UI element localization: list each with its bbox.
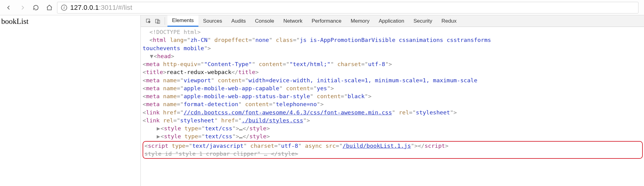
tree-line[interactable]: <html lang="zh-CN" dropeffect="none" cla…: [143, 36, 643, 44]
devtools-tabs: Elements Sources Audits Console Network …: [141, 15, 644, 27]
forward-icon[interactable]: [19, 4, 26, 11]
svg-rect-1: [155, 19, 158, 23]
address-bar[interactable]: i 127.0.0.1:3011/#/list: [57, 2, 638, 13]
tree-line[interactable]: <meta name="format-detection" content="t…: [143, 100, 643, 108]
tab-sources[interactable]: Sources: [198, 15, 227, 27]
back-icon[interactable]: [6, 4, 12, 11]
home-icon[interactable]: [46, 4, 53, 11]
tab-security[interactable]: Security: [409, 15, 437, 27]
page-content: bookList: [0, 15, 140, 186]
content-area: bookList Elements Sources Audits Console…: [0, 15, 644, 186]
tree-line[interactable]: <!DOCTYPE html>: [143, 28, 643, 36]
devtools-panel: Elements Sources Audits Console Network …: [140, 15, 644, 186]
clipped-line: style id "style 1 cropbar clipper" … </s…: [144, 150, 641, 158]
site-info-icon[interactable]: i: [61, 5, 67, 11]
tree-line[interactable]: <link rel="stylesheet" href="./build/sty…: [143, 117, 643, 125]
tree-line[interactable]: <meta http-equiv=""Content-Type"" conten…: [143, 60, 643, 68]
tree-line-cont: touchevents mobile">: [143, 44, 643, 52]
tab-elements[interactable]: Elements: [167, 15, 198, 27]
tree-line[interactable]: ▶<style type="text/css">…</style>: [143, 132, 643, 140]
tree-line[interactable]: ▼<head>: [143, 52, 643, 60]
tree-line[interactable]: <meta name="apple-mobile-web-app-status-…: [143, 92, 643, 100]
inspect-icon[interactable]: [144, 15, 153, 27]
tab-audits[interactable]: Audits: [227, 15, 250, 27]
tree-line[interactable]: <title>react-redux-webpack</title>: [143, 68, 643, 76]
tree-line[interactable]: ▶<style type="text/css">…</style>: [143, 125, 643, 132]
tab-console[interactable]: Console: [251, 15, 279, 27]
tree-line[interactable]: <link href="//cdn.bootcss.com/font-aweso…: [143, 109, 643, 117]
browser-toolbar: i 127.0.0.1:3011/#/list: [0, 0, 644, 15]
tab-performance[interactable]: Performance: [307, 15, 346, 27]
tab-network[interactable]: Network: [279, 15, 307, 27]
tab-memory[interactable]: Memory: [346, 15, 374, 27]
reload-icon[interactable]: [33, 4, 39, 11]
page-title: bookList: [1, 17, 29, 25]
device-toggle-icon[interactable]: [153, 15, 162, 27]
elements-tree[interactable]: <!DOCTYPE html> <html lang="zh-CN" drope…: [141, 27, 644, 186]
url-text: 127.0.0.1:3011/#/list: [70, 4, 132, 12]
tab-redux[interactable]: Redux: [437, 15, 461, 27]
tab-application[interactable]: Application: [374, 15, 409, 27]
tree-line[interactable]: <meta name="viewport" content="width=dev…: [143, 76, 643, 84]
tree-line[interactable]: <meta name="apple-mobile-web-app-capable…: [143, 84, 643, 92]
highlighted-line[interactable]: <script type="text/javascript" charset="…: [143, 141, 643, 159]
nav-icons: [6, 4, 53, 11]
